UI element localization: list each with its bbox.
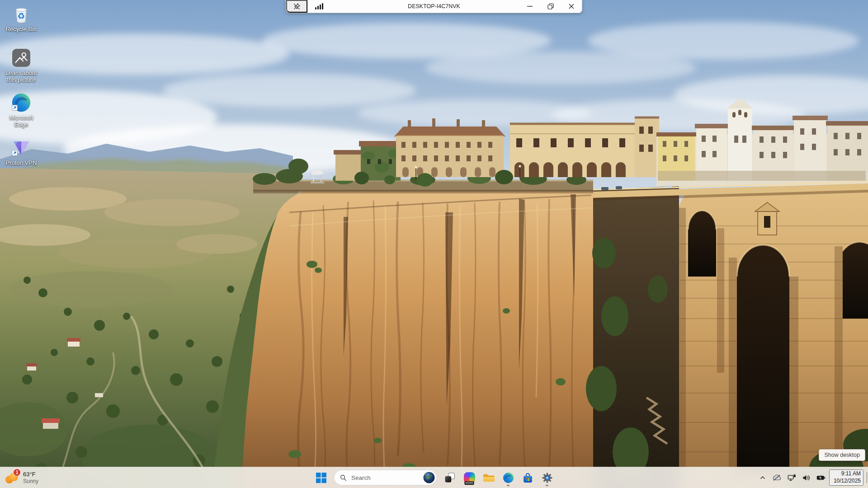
desktop-icon-label: Proton VPN [6,160,37,166]
edge-icon [503,472,514,483]
shortcut-arrow-icon [12,150,18,158]
start-button[interactable] [312,469,330,487]
desktop-icon-recycle-bin[interactable]: ♻ Recycle Bin [2,4,41,33]
tray-time: 9:11 AM [834,470,861,478]
shortcut-arrow-icon [12,104,18,113]
pin-toggle-button[interactable] [286,0,307,13]
task-view-button[interactable] [441,469,459,487]
battery-button[interactable] [814,470,828,485]
settings-gear-icon [542,472,553,483]
desktop-icon-edge[interactable]: Microsoft Edge [2,92,41,128]
restore-button[interactable] [540,0,561,13]
weather-badge: 1 [14,469,20,476]
weather-sunny-icon: 1 [5,471,19,484]
desktop-icon-proton-vpn[interactable]: Proton VPN [2,137,41,166]
close-icon [569,4,574,9]
taskbar: 1 63°F Sunny [0,467,868,488]
taskbar-center: M365 [312,467,556,488]
weather-condition: Sunny [23,478,38,484]
file-explorer-button[interactable] [480,469,498,487]
microsoft-store-icon [522,472,533,483]
microsoft-store-button[interactable] [519,469,537,487]
system-tray: 9:11 AM 10/12/2025 [757,467,863,488]
restore-icon [547,3,554,9]
m365-badge: M365 [464,481,474,485]
copilot-m365-icon: M365 [464,472,475,483]
clock[interactable]: 9:11 AM 10/12/2025 [829,469,863,485]
copilot-m365-button[interactable]: M365 [460,469,478,487]
edge-taskbar-button[interactable] [499,469,517,487]
tray-overflow-button[interactable] [757,470,769,485]
desktop-icon-label: Microsoft Edge [2,114,40,128]
show-desktop-tooltip: Show desktop [819,449,865,461]
close-button[interactable] [561,0,582,13]
search-input[interactable] [350,474,420,482]
weather-temperature: 63°F [23,471,38,478]
speaker-icon [802,474,810,481]
onedrive-status-button[interactable] [769,470,784,485]
minimize-button[interactable] [519,0,540,13]
volume-button[interactable] [800,470,813,485]
learn-picture-icon [11,47,32,68]
proton-vpn-icon [11,137,32,158]
desktop-icon-learn-picture[interactable]: Learn about this picture [2,47,41,84]
chevron-up-icon [760,475,766,480]
network-status-button[interactable] [785,470,799,485]
weather-widget[interactable]: 1 63°F Sunny [5,467,38,488]
bing-globe-icon[interactable] [423,472,435,483]
desktop-icon-label: Learn about this picture [2,70,40,84]
file-explorer-icon [483,473,495,483]
task-view-icon [444,472,455,483]
settings-button[interactable] [538,469,556,487]
svg-text:♻: ♻ [18,12,25,21]
recycle-bin-icon: ♻ [11,4,32,24]
cloud-offline-icon [772,474,781,481]
search-box[interactable] [334,470,437,485]
desktop-icon-label: Recycle Bin [6,26,37,33]
remote-connection-bar: DESKTOP-I4C7NVK [286,0,582,13]
minimize-icon [527,6,533,7]
tooltip-text: Show desktop [824,452,860,458]
edge-icon [11,92,32,113]
search-icon [340,474,347,481]
signal-bars-icon [315,3,323,9]
running-indicator [507,485,509,486]
show-desktop-button[interactable] [867,472,867,483]
desktop: ♻ Recycle Bin Learn about this picture [0,0,868,488]
wallpaper-ronda-photo [0,0,868,488]
start-icon [316,473,326,483]
tray-date: 10/12/2025 [834,478,861,485]
battery-charging-icon [816,475,826,481]
network-wired-icon [788,474,796,481]
running-indicator [546,485,548,486]
pin-off-icon [293,3,301,10]
